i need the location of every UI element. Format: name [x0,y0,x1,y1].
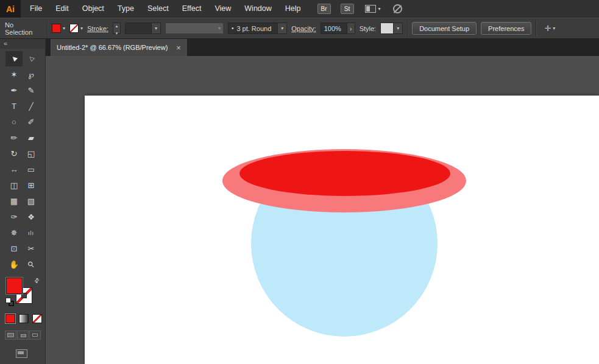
draw-inside-mode-button[interactable] [29,331,41,340]
tool-perspective-grid-tool[interactable]: ⊞ [23,178,40,193]
tool-column-graph-tool[interactable]: ılı [23,225,40,240]
fill-swatch[interactable] [52,24,61,33]
tool-shape-builder-tool[interactable]: ◫ [5,178,23,193]
document-tab[interactable]: Untitled-2* @ 66.67% (RGB/Preview) × [51,39,187,56]
pointer-options-control[interactable]: ✛ [544,24,555,33]
paintbrush-tool-icon: ✐ [28,117,35,127]
tool-ellipse-tool[interactable]: ○ [5,114,23,130]
tool-zoom-tool[interactable]: ⚲ [23,257,40,272]
stroke-color-control[interactable] [69,24,83,33]
menu-effect[interactable]: Effect [175,0,208,18]
divider [536,21,536,37]
tool-rotate-tool[interactable]: ↻ [5,146,23,161]
stroke-weight-dropdown[interactable] [151,23,160,33]
stroke-panel-link[interactable]: Stroke: [87,25,108,32]
drawing-mode-buttons [5,331,45,340]
stroke-weight-stepper[interactable] [113,23,121,34]
mini-fill [5,298,11,303]
tool-slice-tool[interactable]: ✂ [23,241,40,256]
tool-width-tool[interactable]: ↔ [5,162,23,177]
menu-type[interactable]: Type [111,0,141,18]
tool-direct-selection-tool[interactable]: ▷ [23,51,40,66]
tool-lasso-tool[interactable]: ℘ [23,67,40,82]
tool-scale-tool[interactable]: ◱ [23,146,40,161]
color-button[interactable] [5,314,15,323]
crosshair-icon: ✛ [544,24,551,33]
brush-definition-select[interactable]: • 3 pt. Round [228,23,287,34]
tool-pen-tool[interactable]: ✒ [5,83,23,98]
menu-object[interactable]: Object [76,0,111,18]
opacity-field[interactable]: 100% [321,23,347,34]
scale-tool-icon: ◱ [27,149,35,158]
workspace: « ▶▷✶℘✒✎T╱○✐✏▰↻◱↔▭◫⊞▦▧✑❖✵ılı⊡✂✋⚲ [0,39,599,364]
draw-normal-mode-button[interactable] [5,331,16,340]
graphic-style-swatch [381,23,393,33]
close-tab-icon[interactable]: × [176,44,181,52]
brush-definition-value: 3 pt. Round [236,23,277,33]
column-graph-tool-icon: ılı [28,230,34,236]
tool-symbol-sprayer-tool[interactable]: ✵ [5,225,23,240]
menu-file[interactable]: File [23,0,49,18]
graphic-style-select[interactable] [380,23,403,34]
selection-tool-icon: ▶ [10,55,18,63]
menu-edit[interactable]: Edit [49,0,76,18]
tool-hand-tool[interactable]: ✋ [5,257,23,272]
fill-indicator-swatch[interactable] [6,278,23,294]
tool-blend-tool[interactable]: ❖ [23,209,40,225]
tools-panel-collapse[interactable]: « [0,39,45,49]
fill-color-control[interactable] [52,24,65,33]
artboard-tool-icon: ⊡ [11,244,18,253]
none-button[interactable] [32,314,42,323]
menu-view[interactable]: View [208,0,238,18]
stroke-swatch[interactable] [69,24,79,33]
stock-button[interactable]: St [341,4,354,14]
brush-definition-dropdown[interactable] [277,23,286,33]
step-up-icon[interactable] [116,21,118,29]
variable-width-profile-disabled [165,23,224,34]
chevron-down-icon [281,26,283,31]
menu-select[interactable]: Select [141,0,175,18]
change-screen-mode-button[interactable] [16,349,27,358]
opacity-presets-button[interactable]: › [347,23,355,34]
illustrator-logo: Ai [0,0,21,18]
tool-line-segment-tool[interactable]: ╱ [23,99,40,114]
chevron-down-icon[interactable] [80,26,83,31]
graphic-style-dropdown[interactable] [393,23,402,33]
tool-paintbrush-tool[interactable]: ✐ [23,114,40,130]
tool-magic-wand-tool[interactable]: ✶ [5,67,23,82]
chevron-down-icon[interactable] [63,26,65,31]
canvas[interactable] [46,56,599,364]
arrange-documents-control[interactable] [365,5,381,13]
tool-pencil-tool[interactable]: ✏ [5,130,23,145]
swap-fill-stroke-icon[interactable] [32,276,41,285]
bridge-button[interactable]: Br [317,4,331,14]
tool-curvature-tool[interactable]: ✎ [23,83,40,98]
stroke-weight-select[interactable] [125,23,161,34]
gradient-button[interactable] [19,314,29,323]
shape-builder-tool-icon: ◫ [10,181,18,190]
tool-type-tool[interactable]: T [5,99,23,114]
opacity-panel-link[interactable]: Opacity: [291,25,316,32]
draw-behind-mode-button[interactable] [17,331,29,340]
chevron-down-icon[interactable] [378,7,381,12]
tool-gradient-tool[interactable]: ▧ [23,194,40,209]
tool-free-transform-tool[interactable]: ▭ [23,162,40,177]
red-ellipse-shape[interactable] [239,151,450,196]
menu-window[interactable]: Window [238,0,278,18]
zoom-tool-icon: ⚲ [26,259,36,270]
tool-mesh-tool[interactable]: ▦ [5,194,23,209]
default-fill-stroke-icon[interactable] [5,298,14,306]
menu-help[interactable]: Help [278,0,308,18]
symbol-sprayer-tool-icon: ✵ [11,228,18,237]
sync-status-icon[interactable] [393,4,402,13]
tool-artboard-tool[interactable]: ⊡ [5,241,23,256]
pen-tool-icon: ✒ [11,86,18,95]
tool-eraser-tool[interactable]: ▰ [23,130,40,145]
preferences-button[interactable]: Preferences [481,22,531,35]
illustrator-window: Ai FileEditObjectTypeSelectEffectViewWin… [0,0,599,364]
tool-selection-tool[interactable]: ▶ [5,51,23,66]
tool-eyedropper-tool[interactable]: ✑ [5,209,23,225]
chevron-down-icon[interactable] [553,26,555,31]
step-down-icon[interactable] [116,29,118,36]
document-setup-button[interactable]: Document Setup [412,22,477,35]
